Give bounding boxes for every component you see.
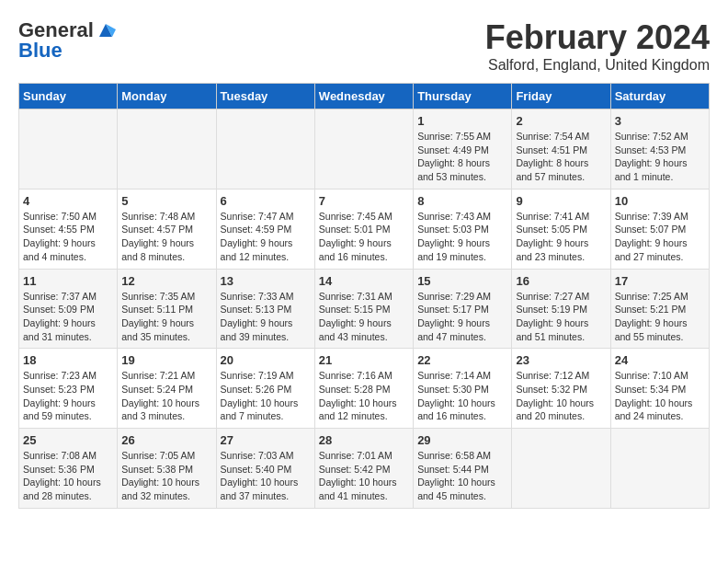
- calendar-cell: [314, 109, 413, 190]
- day-info: Sunrise: 7:21 AM Sunset: 5:24 PM Dayligh…: [121, 369, 211, 423]
- month-title: February 2024: [485, 18, 710, 57]
- day-number: 29: [417, 433, 507, 447]
- weekday-header: Wednesday: [314, 84, 413, 109]
- day-number: 11: [23, 274, 113, 288]
- day-info: Sunrise: 7:55 AM Sunset: 4:49 PM Dayligh…: [417, 130, 507, 184]
- calendar-cell: 26Sunrise: 7:05 AM Sunset: 5:38 PM Dayli…: [118, 429, 216, 509]
- day-number: 22: [417, 353, 507, 367]
- weekday-header: Tuesday: [216, 84, 314, 109]
- calendar-cell: [19, 109, 118, 190]
- weekday-header: Saturday: [610, 84, 709, 109]
- day-info: Sunrise: 7:25 AM Sunset: 5:21 PM Dayligh…: [615, 290, 705, 344]
- day-number: 3: [615, 114, 705, 128]
- calendar-cell: 24Sunrise: 7:10 AM Sunset: 5:34 PM Dayli…: [610, 349, 709, 429]
- day-number: 20: [221, 353, 311, 367]
- calendar-cell: 25Sunrise: 7:08 AM Sunset: 5:36 PM Dayli…: [19, 429, 118, 509]
- day-number: 28: [319, 433, 409, 447]
- location: Salford, England, United Kingdom: [485, 57, 710, 74]
- day-info: Sunrise: 7:31 AM Sunset: 5:15 PM Dayligh…: [319, 290, 409, 344]
- day-info: Sunrise: 7:19 AM Sunset: 5:26 PM Dayligh…: [221, 369, 311, 423]
- day-number: 25: [23, 433, 113, 447]
- weekday-header: Monday: [118, 84, 216, 109]
- calendar-header-row: SundayMondayTuesdayWednesdayThursdayFrid…: [19, 84, 710, 109]
- page-header: General Blue February 2024 Salford, Engl…: [18, 18, 710, 74]
- day-info: Sunrise: 7:39 AM Sunset: 5:07 PM Dayligh…: [615, 210, 705, 264]
- calendar-cell: 6Sunrise: 7:47 AM Sunset: 4:59 PM Daylig…: [216, 189, 314, 269]
- day-number: 24: [615, 353, 705, 367]
- calendar-cell: 3Sunrise: 7:52 AM Sunset: 4:53 PM Daylig…: [610, 109, 709, 190]
- calendar-cell: 9Sunrise: 7:41 AM Sunset: 5:05 PM Daylig…: [512, 189, 610, 269]
- calendar-cell: 17Sunrise: 7:25 AM Sunset: 5:21 PM Dayli…: [610, 269, 709, 349]
- calendar-cell: 1Sunrise: 7:55 AM Sunset: 4:49 PM Daylig…: [414, 109, 512, 190]
- logo-icon: [96, 20, 116, 40]
- day-info: Sunrise: 7:29 AM Sunset: 5:17 PM Dayligh…: [417, 290, 507, 344]
- calendar-cell: 13Sunrise: 7:33 AM Sunset: 5:13 PM Dayli…: [216, 269, 314, 349]
- calendar-cell: [118, 109, 216, 190]
- calendar-week-row: 4Sunrise: 7:50 AM Sunset: 4:55 PM Daylig…: [19, 189, 710, 269]
- day-number: 17: [615, 274, 705, 288]
- day-info: Sunrise: 7:27 AM Sunset: 5:19 PM Dayligh…: [516, 290, 606, 344]
- day-info: Sunrise: 7:37 AM Sunset: 5:09 PM Dayligh…: [23, 290, 113, 344]
- day-info: Sunrise: 7:08 AM Sunset: 5:36 PM Dayligh…: [23, 449, 113, 503]
- day-number: 10: [615, 194, 705, 208]
- day-number: 9: [516, 194, 606, 208]
- day-info: Sunrise: 7:54 AM Sunset: 4:51 PM Dayligh…: [516, 130, 606, 184]
- calendar-cell: 27Sunrise: 7:03 AM Sunset: 5:40 PM Dayli…: [216, 429, 314, 509]
- calendar-table: SundayMondayTuesdayWednesdayThursdayFrid…: [18, 83, 710, 509]
- day-info: Sunrise: 7:10 AM Sunset: 5:34 PM Dayligh…: [615, 369, 705, 423]
- day-info: Sunrise: 7:50 AM Sunset: 4:55 PM Dayligh…: [23, 210, 113, 264]
- day-number: 14: [319, 274, 409, 288]
- calendar-cell: 4Sunrise: 7:50 AM Sunset: 4:55 PM Daylig…: [19, 189, 118, 269]
- day-info: Sunrise: 7:48 AM Sunset: 4:57 PM Dayligh…: [121, 210, 211, 264]
- calendar-cell: 18Sunrise: 7:23 AM Sunset: 5:23 PM Dayli…: [19, 349, 118, 429]
- day-number: 7: [319, 194, 409, 208]
- calendar-cell: 15Sunrise: 7:29 AM Sunset: 5:17 PM Dayli…: [414, 269, 512, 349]
- calendar-cell: [610, 429, 709, 509]
- calendar-cell: 12Sunrise: 7:35 AM Sunset: 5:11 PM Dayli…: [118, 269, 216, 349]
- day-number: 18: [23, 353, 113, 367]
- calendar-cell: 8Sunrise: 7:43 AM Sunset: 5:03 PM Daylig…: [414, 189, 512, 269]
- calendar-week-row: 1Sunrise: 7:55 AM Sunset: 4:49 PM Daylig…: [19, 109, 710, 190]
- calendar-cell: 29Sunrise: 6:58 AM Sunset: 5:44 PM Dayli…: [414, 429, 512, 509]
- day-number: 21: [319, 353, 409, 367]
- day-info: Sunrise: 7:16 AM Sunset: 5:28 PM Dayligh…: [319, 369, 409, 423]
- day-info: Sunrise: 7:03 AM Sunset: 5:40 PM Dayligh…: [221, 449, 311, 503]
- day-info: Sunrise: 7:41 AM Sunset: 5:05 PM Dayligh…: [516, 210, 606, 264]
- calendar-cell: 7Sunrise: 7:45 AM Sunset: 5:01 PM Daylig…: [314, 189, 413, 269]
- calendar-cell: 23Sunrise: 7:12 AM Sunset: 5:32 PM Dayli…: [512, 349, 610, 429]
- day-number: 27: [221, 433, 311, 447]
- logo: General Blue: [18, 18, 116, 63]
- logo-blue: Blue: [18, 39, 63, 63]
- day-number: 26: [121, 433, 211, 447]
- day-info: Sunrise: 7:47 AM Sunset: 4:59 PM Dayligh…: [221, 210, 311, 264]
- day-number: 6: [221, 194, 311, 208]
- day-number: 2: [516, 114, 606, 128]
- calendar-cell: 22Sunrise: 7:14 AM Sunset: 5:30 PM Dayli…: [414, 349, 512, 429]
- day-info: Sunrise: 7:43 AM Sunset: 5:03 PM Dayligh…: [417, 210, 507, 264]
- day-info: Sunrise: 7:12 AM Sunset: 5:32 PM Dayligh…: [516, 369, 606, 423]
- day-info: Sunrise: 7:05 AM Sunset: 5:38 PM Dayligh…: [121, 449, 211, 503]
- day-info: Sunrise: 7:33 AM Sunset: 5:13 PM Dayligh…: [221, 290, 311, 344]
- calendar-cell: 2Sunrise: 7:54 AM Sunset: 4:51 PM Daylig…: [512, 109, 610, 190]
- day-number: 8: [417, 194, 507, 208]
- calendar-cell: 28Sunrise: 7:01 AM Sunset: 5:42 PM Dayli…: [314, 429, 413, 509]
- calendar-cell: 5Sunrise: 7:48 AM Sunset: 4:57 PM Daylig…: [118, 189, 216, 269]
- calendar-cell: 10Sunrise: 7:39 AM Sunset: 5:07 PM Dayli…: [610, 189, 709, 269]
- day-info: Sunrise: 7:01 AM Sunset: 5:42 PM Dayligh…: [319, 449, 409, 503]
- day-number: 19: [121, 353, 211, 367]
- day-info: Sunrise: 7:23 AM Sunset: 5:23 PM Dayligh…: [23, 369, 113, 423]
- calendar-cell: [216, 109, 314, 190]
- calendar-cell: 11Sunrise: 7:37 AM Sunset: 5:09 PM Dayli…: [19, 269, 118, 349]
- day-info: Sunrise: 7:45 AM Sunset: 5:01 PM Dayligh…: [319, 210, 409, 264]
- calendar-cell: [512, 429, 610, 509]
- day-number: 13: [221, 274, 311, 288]
- weekday-header: Thursday: [414, 84, 512, 109]
- day-number: 1: [417, 114, 507, 128]
- day-number: 5: [121, 194, 211, 208]
- title-block: February 2024 Salford, England, United K…: [485, 18, 710, 74]
- day-info: Sunrise: 7:35 AM Sunset: 5:11 PM Dayligh…: [121, 290, 211, 344]
- calendar-week-row: 11Sunrise: 7:37 AM Sunset: 5:09 PM Dayli…: [19, 269, 710, 349]
- calendar-cell: 21Sunrise: 7:16 AM Sunset: 5:28 PM Dayli…: [314, 349, 413, 429]
- day-number: 23: [516, 353, 606, 367]
- day-number: 12: [121, 274, 211, 288]
